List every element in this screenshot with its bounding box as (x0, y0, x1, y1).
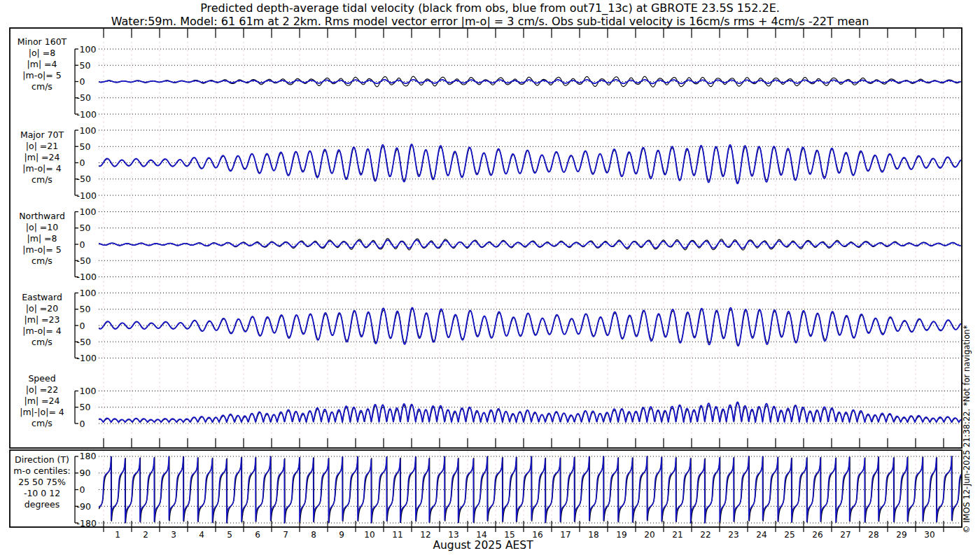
panel-stat-obs: |o| =21 (7, 141, 77, 152)
y-tick-label-minor: -50 (77, 92, 91, 103)
y-tick-label-direction: 0 (80, 484, 85, 495)
y-tick-label-eastward: -100 (77, 353, 97, 363)
day-label-23: 23 (728, 530, 738, 540)
y-tick-label-major: 100 (80, 125, 97, 136)
panel-label-direction: Direction (T) m-o centiles: 25 50 75% -1… (7, 454, 77, 510)
day-label-7: 7 (283, 530, 288, 540)
panel-stat-error: |m-o|= 4 (7, 163, 77, 174)
panel-stat-model: |m| =24 (7, 152, 77, 163)
panel-unit: degrees (7, 499, 77, 510)
panel-title: Major 70T (7, 130, 77, 141)
panel-title: Northward (7, 211, 77, 222)
panel-title: Speed (7, 373, 77, 384)
day-label-12: 12 (420, 530, 430, 540)
day-label-30: 30 (924, 530, 934, 540)
day-label-26: 26 (812, 530, 822, 540)
y-tick-label-major: -100 (77, 190, 97, 201)
figure-root: Predicted depth-average tidal velocity (… (0, 0, 980, 560)
panel-stat-obs: |o| =22 (7, 384, 77, 396)
day-label-8: 8 (311, 530, 316, 540)
panel-stat-error: |m-o|= 5 (7, 70, 77, 81)
y-tick-label-direction: -90 (77, 501, 91, 512)
panel-stat-model: |m| =4 (7, 59, 77, 70)
day-label-14: 14 (476, 530, 486, 540)
panel-title: Eastward (7, 292, 77, 303)
y-tick-label-northward: 0 (80, 239, 85, 250)
day-label-27: 27 (840, 530, 850, 540)
y-tick-label-minor: 50 (80, 60, 91, 71)
panel-unit: cm/s (7, 337, 77, 348)
day-label-9: 9 (339, 530, 344, 540)
panel-unit: cm/s (7, 418, 77, 429)
day-label-18: 18 (588, 530, 598, 540)
day-label-20: 20 (644, 530, 654, 540)
day-label-24: 24 (756, 530, 766, 540)
y-tick-label-speed: 50 (80, 402, 91, 412)
day-label-16: 16 (532, 530, 542, 540)
panel-unit: cm/s (7, 255, 77, 267)
day-label-10: 10 (364, 530, 374, 540)
panel-stat-centile-vals: -10 0 12 (7, 488, 77, 499)
day-label-1: 1 (115, 530, 120, 540)
y-tick-label-minor: -100 (77, 109, 97, 120)
panel-stat-error: |m-o|= 4 (7, 326, 77, 337)
panel-label-minor: Minor 160T |o| =8 |m| =4 |m-o|= 5 cm/s (7, 36, 77, 92)
y-tick-label-eastward: 100 (80, 288, 97, 298)
panel-stat-centile-pcts: 25 50 75% (7, 477, 77, 488)
panel-label-major: Major 70T |o| =21 |m| =24 |m-o|= 4 cm/s (7, 130, 77, 186)
panel-title: Direction (T) (7, 454, 77, 465)
panel-label-northward: Northward |o| =10 |m| =8 |m-o|= 5 cm/s (7, 211, 77, 267)
y-tick-label-speed: 0 (80, 419, 85, 429)
direction-frame (10, 450, 962, 527)
tidal-plot-svg: 100500-50-100100500-50-100100500-50-1001… (0, 0, 980, 560)
day-label-6: 6 (255, 530, 260, 540)
y-tick-label-eastward: 50 (80, 304, 91, 314)
y-tick-label-northward: 50 (80, 223, 91, 233)
y-tick-label-northward: 100 (80, 206, 97, 217)
day-label-19: 19 (616, 530, 626, 540)
panel-title: Minor 160T (7, 36, 77, 48)
day-label-13: 13 (448, 530, 458, 540)
panel-stat-error: |m|-|o|= 4 (7, 407, 77, 418)
day-label-2: 2 (143, 530, 148, 540)
day-label-22: 22 (700, 530, 710, 540)
day-label-15: 15 (504, 530, 514, 540)
panel-stat-model: |m| =8 (7, 233, 77, 244)
day-label-11: 11 (392, 530, 402, 540)
panel-stat-centiles: m-o centiles: (7, 465, 77, 477)
panel-unit: cm/s (7, 174, 77, 186)
panel-stat-obs: |o| =10 (7, 222, 77, 233)
copyright-watermark: © IMOS 12-Jun-2025 21:38:22. *Not for na… (962, 326, 972, 533)
y-tick-label-northward: -50 (77, 255, 91, 266)
panel-unit: cm/s (7, 81, 77, 92)
velocity-frame (10, 28, 962, 448)
day-label-4: 4 (199, 530, 204, 540)
day-label-21: 21 (672, 530, 682, 540)
day-label-28: 28 (868, 530, 878, 540)
panel-stat-obs: |o| =8 (7, 48, 77, 59)
panel-stat-model: |m| =23 (7, 314, 77, 326)
panel-stat-model: |m| =24 (7, 396, 77, 407)
panel-stat-error: |m-o|= 5 (7, 244, 77, 255)
y-tick-label-northward: -100 (77, 272, 97, 282)
y-tick-label-major: 50 (80, 141, 91, 152)
day-label-29: 29 (896, 530, 906, 540)
day-label-3: 3 (171, 530, 176, 540)
panel-stat-obs: |o| =20 (7, 303, 77, 314)
y-tick-label-speed: 100 (80, 386, 97, 396)
y-tick-label-direction: 180 (80, 451, 97, 461)
y-tick-label-direction: 90 (80, 468, 91, 478)
day-label-5: 5 (227, 530, 232, 540)
y-tick-label-eastward: 0 (80, 321, 85, 331)
y-tick-label-minor: 0 (80, 76, 85, 87)
y-tick-label-major: 0 (80, 158, 85, 168)
day-label-25: 25 (784, 530, 794, 540)
y-tick-label-minor: 100 (80, 44, 97, 55)
x-axis-label: August 2025 AEST (0, 539, 966, 552)
day-label-17: 17 (560, 530, 570, 540)
minor-model-line (99, 80, 961, 84)
y-tick-label-major: -50 (77, 174, 91, 184)
panel-label-eastward: Eastward |o| =20 |m| =23 |m-o|= 4 cm/s (7, 292, 77, 348)
panel-label-speed: Speed |o| =22 |m| =24 |m|-|o|= 4 cm/s (7, 373, 77, 429)
y-tick-label-eastward: -50 (77, 337, 91, 347)
